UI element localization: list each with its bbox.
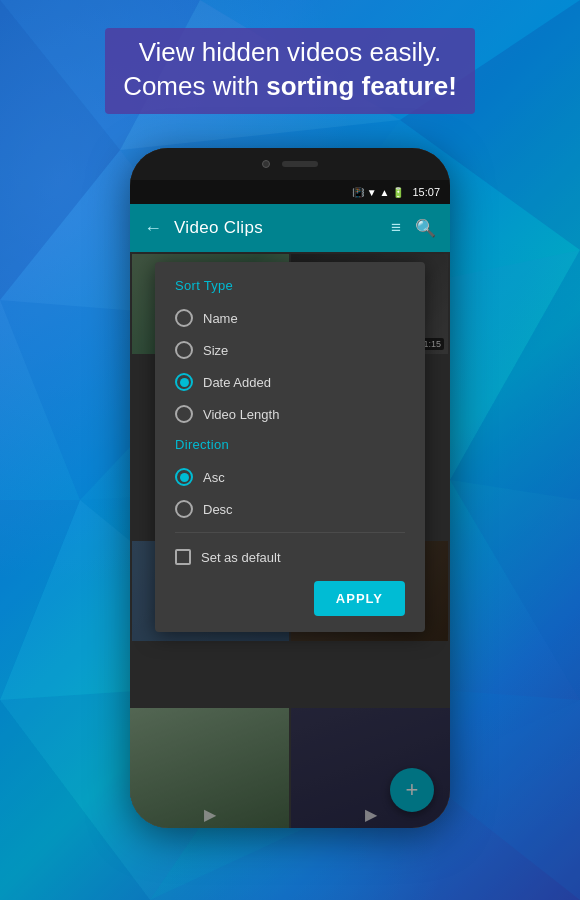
sort-video-length-radio[interactable] (175, 405, 193, 423)
sort-name-label: Name (203, 311, 238, 326)
header-line2: Comes with sorting feature! (123, 70, 457, 104)
sort-size-label: Size (203, 343, 228, 358)
status-bar: 📳 ▼ ▲ 🔋 15:07 (130, 180, 450, 204)
phone-outer: 📳 ▼ ▲ 🔋 15:07 ← Video Clips ≡ 🔍 02:41 (130, 148, 450, 828)
sort-dialog: Sort Type Name Size Date Added (155, 262, 425, 632)
header-banner: View hidden videos easily. Comes with so… (105, 28, 475, 114)
apply-button[interactable]: APPLY (314, 581, 405, 616)
set-default-row[interactable]: Set as default (175, 545, 405, 577)
sort-name-radio[interactable] (175, 309, 193, 327)
back-button[interactable]: ← (140, 214, 166, 243)
direction-radio-group: Asc Desc (175, 462, 405, 524)
front-camera (262, 160, 270, 168)
header-line1: View hidden videos easily. (123, 36, 457, 70)
phone-top (130, 148, 450, 180)
sort-option-date-added[interactable]: Date Added (175, 367, 405, 397)
direction-desc-radio[interactable] (175, 500, 193, 518)
direction-option-desc[interactable]: Desc (175, 494, 405, 524)
phone: 📳 ▼ ▲ 🔋 15:07 ← Video Clips ≡ 🔍 02:41 (130, 148, 450, 828)
header-line2-normal: Comes with (123, 71, 266, 101)
status-icons: 📳 ▼ ▲ 🔋 (352, 187, 405, 198)
app-bar: ← Video Clips ≡ 🔍 (130, 204, 450, 252)
speaker (282, 161, 318, 167)
divider (175, 532, 405, 533)
direction-option-asc[interactable]: Asc (175, 462, 405, 492)
wifi-icon: ▼ (367, 187, 377, 198)
svg-marker-10 (450, 480, 580, 700)
sort-option-video-length[interactable]: Video Length (175, 399, 405, 429)
search-icon[interactable]: 🔍 (411, 214, 440, 243)
direction-asc-radio[interactable] (175, 468, 193, 486)
sort-option-name[interactable]: Name (175, 303, 405, 333)
set-default-label: Set as default (201, 550, 281, 565)
status-time: 15:07 (412, 186, 440, 198)
sort-type-label: Sort Type (175, 278, 405, 293)
phone-content: 02:41 01:15 Sort Type Name (130, 252, 450, 828)
sort-video-length-label: Video Length (203, 407, 279, 422)
battery-icon: 🔋 (392, 187, 404, 198)
app-title: Video Clips (174, 218, 379, 238)
header-line2-bold: sorting feature! (266, 71, 457, 101)
signal-icon: ▲ (380, 187, 390, 198)
app-bar-actions: ≡ 🔍 (387, 214, 440, 243)
header-section: View hidden videos easily. Comes with so… (0, 28, 580, 114)
sort-date-added-radio[interactable] (175, 373, 193, 391)
sort-size-radio[interactable] (175, 341, 193, 359)
sort-date-added-label: Date Added (203, 375, 271, 390)
dialog-footer: APPLY (175, 581, 405, 616)
sort-option-size[interactable]: Size (175, 335, 405, 365)
direction-asc-label: Asc (203, 470, 225, 485)
filter-icon[interactable]: ≡ (387, 214, 405, 243)
direction-desc-label: Desc (203, 502, 233, 517)
sort-type-radio-group: Name Size Date Added Video Length (175, 303, 405, 429)
set-default-checkbox[interactable] (175, 549, 191, 565)
vibrate-icon: 📳 (352, 187, 364, 198)
direction-label: Direction (175, 437, 405, 452)
dialog-overlay: Sort Type Name Size Date Added (130, 252, 450, 828)
